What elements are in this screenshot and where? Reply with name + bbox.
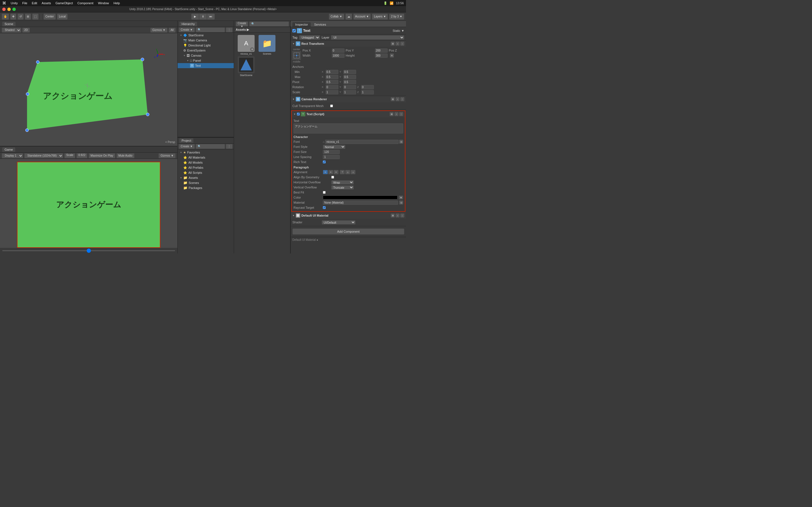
hierarchy-search[interactable] xyxy=(196,27,225,33)
height-field[interactable] xyxy=(375,54,388,58)
pivot-x[interactable] xyxy=(326,80,338,84)
project-menu-btn[interactable]: ⋮ xyxy=(226,144,233,149)
anchors-max-x[interactable] xyxy=(326,75,338,79)
shader-select[interactable]: UI/Default xyxy=(322,220,356,224)
assets-search[interactable] xyxy=(249,21,289,26)
menu-file[interactable]: File xyxy=(22,1,28,5)
text-script-btn2[interactable]: ↕ xyxy=(395,112,398,116)
text-content-field[interactable]: アクションゲーム xyxy=(294,123,403,133)
tag-select[interactable]: Untagged xyxy=(299,35,320,40)
mute-btn[interactable]: Mute Audio xyxy=(116,153,135,158)
minimize-button[interactable] xyxy=(7,8,11,11)
scale-y[interactable] xyxy=(343,90,356,94)
rect-transform-header[interactable]: ▼ ⊞ Rect Transform ⊞ ↕ ⋮ xyxy=(291,41,406,47)
cull-checkbox[interactable] xyxy=(330,105,333,107)
project-search[interactable] xyxy=(196,144,225,149)
anchor-preset-btn[interactable] xyxy=(292,51,301,60)
add-component-btn[interactable]: Add Component xyxy=(292,228,404,235)
canvas-renderer-btn2[interactable]: ↕ xyxy=(396,97,400,101)
rot-y[interactable] xyxy=(343,85,356,89)
static-dropdown[interactable]: Static ▼ xyxy=(393,29,404,33)
project-favorites[interactable]: ▼ ★ Favorites xyxy=(177,150,234,155)
rich-text-checkbox[interactable] xyxy=(323,161,326,163)
hierarchy-item-panel[interactable]: ▼ □ Panel xyxy=(177,58,234,63)
text-script-active[interactable] xyxy=(297,113,300,115)
cloud-button[interactable]: ☁ xyxy=(345,13,352,20)
comp-btn-1[interactable]: ⊞ xyxy=(391,42,395,46)
rot-x[interactable] xyxy=(326,85,338,89)
r-btn[interactable]: R xyxy=(390,54,394,57)
pos-x-field[interactable] xyxy=(332,48,345,53)
hierarchy-item-maincamera[interactable]: 📷 Main Camera xyxy=(177,38,234,43)
hierarchy-item-canvas[interactable]: ▼ 🖼 Canvas xyxy=(177,53,234,58)
shading-mode-select[interactable]: Shaded xyxy=(2,27,21,33)
align-geometry-checkbox[interactable] xyxy=(331,176,334,179)
tool-move[interactable]: ✥ xyxy=(10,13,16,20)
pos-y-field[interactable] xyxy=(375,48,388,53)
material-picker[interactable]: ◎ xyxy=(399,201,403,205)
anchors-min-x[interactable] xyxy=(326,70,338,74)
menu-assets[interactable]: Assets xyxy=(42,1,51,5)
anchors-min-y[interactable] xyxy=(343,70,356,74)
material-field[interactable] xyxy=(323,201,398,205)
font-size-field[interactable] xyxy=(323,150,340,154)
scene-canvas[interactable]: アクションゲーム x y z xyxy=(0,33,177,146)
rot-z[interactable] xyxy=(361,85,374,89)
services-tab[interactable]: Services xyxy=(311,22,329,27)
hierarchy-item-directionallight[interactable]: 💡 Directional Light xyxy=(177,43,234,48)
font-field[interactable] xyxy=(325,140,399,144)
raycast-checkbox[interactable] xyxy=(323,206,326,209)
menu-help[interactable]: Help xyxy=(114,1,120,5)
align-left-btn[interactable]: ≡ xyxy=(323,170,328,174)
hierarchy-menu-btn[interactable]: ⋮ xyxy=(226,27,233,33)
pivot-y[interactable] xyxy=(343,80,356,84)
zoom-slider[interactable] xyxy=(2,250,175,251)
font-style-select[interactable]: Normal xyxy=(323,145,345,149)
gizmos-button[interactable]: Gizmos ▼ xyxy=(150,27,167,33)
local-button[interactable]: Local xyxy=(57,13,68,20)
maximize-button[interactable] xyxy=(12,8,16,11)
menu-window[interactable]: Window xyxy=(98,1,109,5)
canvas-renderer-header[interactable]: ▼ 🖼 Canvas Renderer ⊞ ↕ ⋮ xyxy=(291,96,406,102)
default-ui-btn2[interactable]: ↕ xyxy=(396,214,400,217)
default-ui-btn3[interactable]: ⋮ xyxy=(400,214,404,217)
hierarchy-item-startscene[interactable]: ▼ 🔷 StartScene xyxy=(177,33,234,38)
project-all-materials[interactable]: ⭐ All Materials xyxy=(177,155,234,160)
canvas-renderer-btn1[interactable]: ⊞ xyxy=(391,97,395,101)
object-name[interactable]: Text xyxy=(303,29,392,33)
color-eyedropper[interactable]: ⊕ xyxy=(399,195,403,200)
center-button[interactable]: Center xyxy=(43,13,56,20)
object-active-checkbox[interactable] xyxy=(292,29,296,33)
width-field[interactable] xyxy=(332,54,345,58)
2d-button[interactable]: 2D xyxy=(22,27,30,33)
align-top-btn[interactable]: ⊤ xyxy=(340,170,345,174)
text-script-header[interactable]: ▼ T Text (Script) ⊞ ↕ ⋮ xyxy=(292,111,405,117)
inspector-tab[interactable]: Inspector xyxy=(292,22,311,27)
assets-create-btn[interactable]: Create ▼ xyxy=(236,21,248,26)
play-button[interactable]: ▶ xyxy=(191,13,199,20)
step-button[interactable]: ⏭ xyxy=(207,13,215,20)
menu-unity[interactable]: Unity xyxy=(11,1,18,5)
tool-scale[interactable]: ⊞ xyxy=(25,13,31,20)
asset-startscene[interactable]: StartScene xyxy=(236,56,256,76)
default-ui-material-header[interactable]: ▼ ⬜ Default UI Material ⊞ ↕ ⋮ xyxy=(291,212,406,219)
scale-x[interactable] xyxy=(326,90,338,94)
menu-component[interactable]: Component xyxy=(78,1,94,5)
text-script-btn1[interactable]: ⊞ xyxy=(390,112,394,116)
scene-tab[interactable]: Scene xyxy=(2,22,15,26)
v-overflow-select[interactable]: Truncate xyxy=(331,185,354,189)
close-button[interactable] xyxy=(2,8,6,11)
hierarchy-item-eventsystem[interactable]: ⚙ EventSystem xyxy=(177,48,234,53)
color-swatch[interactable] xyxy=(323,195,398,200)
layers-button[interactable]: Layers ▼ xyxy=(372,13,388,20)
layer-select[interactable]: UI xyxy=(331,35,404,40)
tool-hand[interactable]: ✋ xyxy=(2,13,9,20)
tool-rect[interactable]: ⬚ xyxy=(32,13,39,20)
default-ui-btn1[interactable]: ⊞ xyxy=(391,214,395,217)
resolution-select[interactable]: Standalone (1024x768) xyxy=(24,153,63,158)
project-tab[interactable]: Project xyxy=(179,138,193,143)
pause-button[interactable]: ⏸ xyxy=(199,13,207,20)
all-button[interactable]: All xyxy=(168,27,175,33)
display-select[interactable]: Display 1 xyxy=(2,153,23,158)
text-script-btn3[interactable]: ⋮ xyxy=(399,112,403,116)
